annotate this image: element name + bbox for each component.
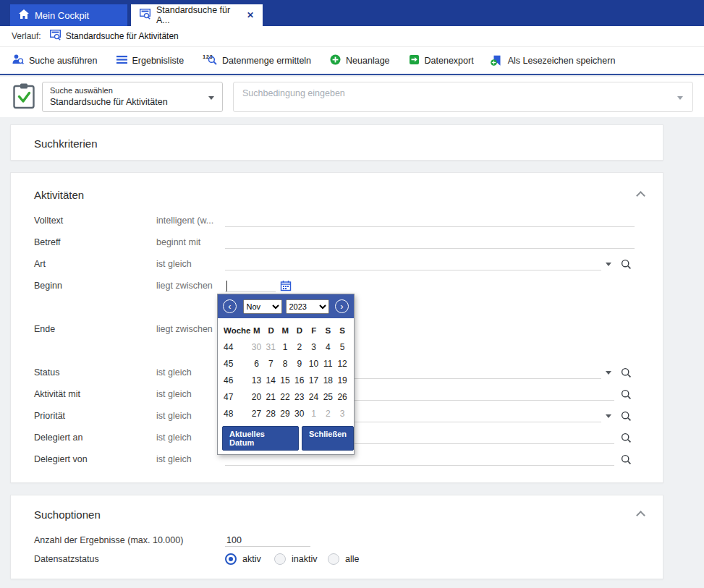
lookup-search-icon[interactable] <box>621 411 632 424</box>
history-item-link[interactable]: Standardsuche für Aktivitäten <box>66 31 179 41</box>
calendar-day[interactable]: 28 <box>263 409 278 419</box>
calendar-day[interactable]: 27 <box>250 409 264 419</box>
calendar-day[interactable]: 9 <box>292 359 307 369</box>
calendar-day[interactable]: 1 <box>307 409 321 419</box>
lookup-search-icon[interactable] <box>621 259 632 272</box>
search-select-dropdown[interactable]: Suche auswählen Standardsuche für Aktivi… <box>42 82 223 112</box>
field-label: Betreff <box>34 237 61 247</box>
result-list-button[interactable]: Ergebnisliste <box>116 55 185 67</box>
search-criteria-card: Suchkriterien <box>10 124 663 161</box>
calendar-day[interactable]: 16 <box>292 375 307 385</box>
dropdown-caret-icon[interactable] <box>606 263 611 266</box>
calendar-day[interactable]: 18 <box>321 375 335 385</box>
calendar-month-select[interactable]: Nov <box>243 299 282 314</box>
today-button[interactable]: Aktuelles Datum <box>222 426 299 451</box>
radio-alle[interactable]: alle <box>328 553 359 565</box>
lookup-search-icon[interactable] <box>621 433 632 446</box>
lookup-search-icon[interactable] <box>621 389 632 402</box>
calendar-day[interactable]: 8 <box>278 359 292 369</box>
calendar-day[interactable]: 5 <box>335 342 349 352</box>
new-record-button[interactable]: Neuanlage <box>330 54 389 67</box>
date-picker-popup: ‹ Nov 2023 › WocheMDMDFSS443031123454567… <box>217 294 355 455</box>
calendar-day[interactable]: 17 <box>307 375 321 385</box>
toolbar-label: Datenexport <box>425 56 474 66</box>
calendar-day[interactable]: 6 <box>250 359 264 369</box>
calendar-day[interactable]: 23 <box>292 392 307 402</box>
calendar-day[interactable]: 20 <box>250 392 264 402</box>
field-label: Beginn <box>34 281 62 291</box>
search-condition-input[interactable]: Suchbedingung eingeben <box>233 82 693 112</box>
tab-close-icon[interactable]: ✕ <box>247 10 254 20</box>
text-input[interactable] <box>225 237 635 249</box>
tab-standardsuche[interactable]: Standardsuche für A... ✕ <box>131 4 263 26</box>
lookup-search-icon[interactable] <box>621 367 632 380</box>
text-input[interactable] <box>225 215 635 227</box>
count-records-button[interactable]: 123 Datenmenge ermitteln <box>203 55 311 67</box>
calendar-day[interactable]: 29 <box>278 409 292 419</box>
calendar-day[interactable]: 30 <box>292 409 307 419</box>
field-condition[interactable]: ist gleich <box>156 389 192 399</box>
collapse-section-icon[interactable] <box>636 511 645 520</box>
toolbar-label: Als Lesezeichen speichern <box>508 56 616 66</box>
calendar-day[interactable]: 19 <box>335 375 349 385</box>
results-count-input[interactable]: 100 <box>225 534 310 547</box>
field-condition[interactable]: intelligent (w... <box>156 216 213 226</box>
field-condition[interactable]: ist gleich <box>156 367 192 378</box>
radio-label: aktiv <box>242 554 261 564</box>
calendar-day[interactable]: 2 <box>292 342 307 352</box>
field-condition[interactable]: ist gleich <box>156 411 192 421</box>
radio-inaktiv[interactable]: inaktiv <box>274 553 317 565</box>
calendar-icon[interactable] <box>280 280 292 294</box>
field-condition[interactable]: liegt zwischen <box>156 324 213 334</box>
dropdown-caret-icon[interactable] <box>606 371 611 375</box>
field-condition[interactable]: ist gleich <box>156 259 192 269</box>
data-export-button[interactable]: Datenexport <box>409 54 474 67</box>
calendar-day[interactable]: 22 <box>278 392 292 402</box>
calendar-day[interactable]: 4 <box>321 342 335 352</box>
calendar-day[interactable]: 26 <box>335 392 349 402</box>
field-condition[interactable]: ist gleich <box>156 433 192 443</box>
history-bar: Verlauf: Standardsuche für Aktivitäten <box>0 26 704 47</box>
calendar-day[interactable]: 14 <box>263 375 278 385</box>
calendar-day[interactable]: 2 <box>321 409 335 419</box>
date-input-from[interactable] <box>225 280 276 292</box>
calendar-week-column-label: Woche <box>222 326 250 335</box>
field-condition[interactable]: beginnt mit <box>156 237 200 247</box>
calendar-day[interactable]: 3 <box>335 409 349 419</box>
field-label: Aktivität mit <box>34 389 80 399</box>
collapse-section-icon[interactable] <box>636 191 645 200</box>
calendar-weekday-label: D <box>292 326 307 335</box>
field-condition[interactable]: ist gleich <box>156 454 192 464</box>
calendar-day[interactable]: 21 <box>263 392 278 402</box>
calendar-day[interactable]: 7 <box>263 359 278 369</box>
run-search-button[interactable]: Suche ausführen <box>12 54 98 67</box>
bookmark-icon <box>493 55 503 67</box>
calendar-day[interactable]: 15 <box>278 375 292 385</box>
calendar-day[interactable]: 3 <box>307 342 321 352</box>
calendar-day[interactable]: 11 <box>321 359 335 369</box>
dropdown-caret-icon[interactable] <box>606 414 611 418</box>
text-input[interactable] <box>225 453 614 466</box>
radio-label: inaktiv <box>292 554 317 564</box>
save-bookmark-button[interactable]: Als Lesezeichen speichern <box>493 55 616 67</box>
field-condition[interactable]: liegt zwischen <box>156 281 213 291</box>
radio-aktiv[interactable]: aktiv <box>225 553 261 565</box>
tab-mein-cockpit[interactable]: Mein Cockpit <box>10 4 127 26</box>
calendar-weekday-label: M <box>278 326 292 335</box>
calendar-day[interactable]: 1 <box>278 342 292 352</box>
calendar-year-select[interactable]: 2023 <box>286 299 329 314</box>
lookup-search-icon[interactable] <box>621 454 632 467</box>
text-input[interactable] <box>225 258 601 270</box>
calendar-week-number: 46 <box>222 375 250 385</box>
calendar-day[interactable]: 13 <box>250 375 264 385</box>
calendar-day[interactable]: 24 <box>307 392 321 402</box>
calendar-next-month-button[interactable]: › <box>335 299 349 313</box>
calendar-day[interactable]: 12 <box>335 359 349 369</box>
calendar-day[interactable]: 25 <box>321 392 335 402</box>
calendar-week-row: 456789101112 <box>222 355 349 372</box>
close-calendar-button[interactable]: Schließen <box>302 426 354 451</box>
calendar-day[interactable]: 10 <box>307 359 321 369</box>
calendar-day[interactable]: 30 <box>250 342 264 352</box>
calendar-day[interactable]: 31 <box>263 342 278 352</box>
calendar-prev-month-button[interactable]: ‹ <box>223 299 237 313</box>
